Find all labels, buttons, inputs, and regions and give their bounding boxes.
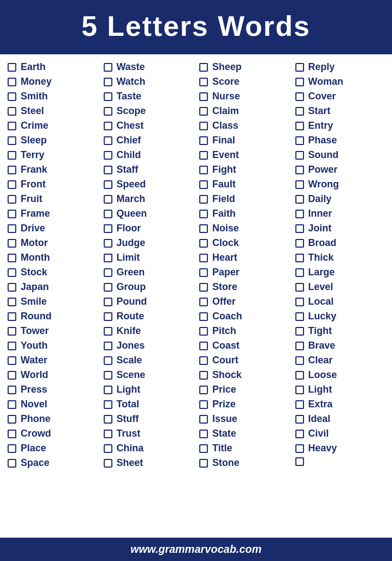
checkbox-icon[interactable] <box>295 224 304 233</box>
word-item[interactable]: Child <box>103 148 194 162</box>
word-item[interactable]: Knife <box>103 324 194 338</box>
word-item[interactable]: Claim <box>198 104 290 118</box>
checkbox-icon[interactable] <box>199 268 208 277</box>
word-item[interactable]: Start <box>294 104 386 118</box>
checkbox-icon[interactable] <box>295 283 304 292</box>
checkbox-icon[interactable] <box>199 386 208 394</box>
checkbox-icon[interactable] <box>104 400 112 409</box>
checkbox-icon[interactable] <box>8 122 16 130</box>
word-item[interactable]: Shock <box>198 368 290 382</box>
checkbox-icon[interactable] <box>8 210 16 218</box>
word-item[interactable]: Title <box>198 441 290 456</box>
word-item[interactable]: Terry <box>7 148 98 162</box>
checkbox-icon[interactable] <box>199 298 208 306</box>
checkbox-icon[interactable] <box>199 122 208 130</box>
word-item[interactable]: Score <box>198 74 290 89</box>
checkbox-icon[interactable] <box>8 166 16 174</box>
word-item[interactable]: Heart <box>198 250 290 265</box>
checkbox-icon[interactable] <box>295 254 304 262</box>
checkbox-icon[interactable] <box>104 327 112 336</box>
checkbox-icon[interactable] <box>295 180 304 189</box>
checkbox-icon[interactable] <box>8 312 16 321</box>
word-item[interactable]: Prize <box>198 397 290 412</box>
checkbox-icon[interactable] <box>295 151 304 160</box>
word-item[interactable]: Offer <box>198 294 290 309</box>
word-item[interactable]: Sound <box>294 148 386 162</box>
word-item[interactable]: Joint <box>294 221 386 236</box>
word-item[interactable]: Smith <box>7 89 98 104</box>
word-item[interactable]: Coach <box>198 309 290 324</box>
checkbox-icon[interactable] <box>104 283 112 292</box>
checkbox-icon[interactable] <box>295 457 304 466</box>
checkbox-icon[interactable] <box>104 151 112 160</box>
word-item[interactable]: Pitch <box>198 324 290 338</box>
word-item[interactable]: Front <box>7 177 98 192</box>
word-item[interactable]: Local <box>294 294 386 309</box>
word-item[interactable]: Store <box>198 280 290 294</box>
word-item[interactable]: Brave <box>294 338 386 353</box>
checkbox-icon[interactable] <box>295 312 304 321</box>
checkbox-icon[interactable] <box>199 327 208 336</box>
word-item[interactable]: Price <box>198 382 290 397</box>
word-item[interactable]: Reply <box>294 60 386 74</box>
word-item[interactable]: Light <box>103 382 194 397</box>
checkbox-icon[interactable] <box>199 283 208 292</box>
checkbox-icon[interactable] <box>199 430 208 438</box>
word-item[interactable]: Round <box>7 309 98 324</box>
word-item[interactable]: Extra <box>294 397 386 412</box>
word-item[interactable]: Clear <box>294 353 386 368</box>
word-item[interactable]: Limit <box>103 250 194 265</box>
checkbox-icon[interactable] <box>295 268 304 277</box>
checkbox-icon[interactable] <box>8 444 16 453</box>
checkbox-icon[interactable] <box>104 459 112 468</box>
checkbox-icon[interactable] <box>199 356 208 365</box>
checkbox-icon[interactable] <box>8 268 16 277</box>
word-item[interactable]: Place <box>7 441 98 456</box>
word-item[interactable]: Lucky <box>294 309 386 324</box>
word-item[interactable]: Motor <box>7 236 98 250</box>
checkbox-icon[interactable] <box>104 254 112 262</box>
checkbox-icon[interactable] <box>199 136 208 145</box>
word-item[interactable]: Issue <box>198 412 290 426</box>
word-item[interactable]: Level <box>294 280 386 294</box>
word-item[interactable]: Waste <box>103 60 194 74</box>
checkbox-icon[interactable] <box>8 430 16 438</box>
checkbox-icon[interactable] <box>199 239 208 248</box>
checkbox-icon[interactable] <box>199 180 208 189</box>
checkbox-icon[interactable] <box>104 268 112 277</box>
checkbox-icon[interactable] <box>104 298 112 306</box>
checkbox-icon[interactable] <box>104 78 112 86</box>
checkbox-icon[interactable] <box>295 298 304 306</box>
checkbox-icon[interactable] <box>8 78 16 86</box>
word-item[interactable]: Wrong <box>294 177 386 192</box>
word-item[interactable]: Steel <box>7 104 98 118</box>
word-item[interactable]: Nurse <box>198 89 290 104</box>
word-item[interactable]: Daily <box>294 192 386 206</box>
checkbox-icon[interactable] <box>199 195 208 204</box>
checkbox-icon[interactable] <box>199 224 208 233</box>
word-item[interactable]: Frank <box>7 162 98 177</box>
word-item[interactable]: Class <box>198 118 290 133</box>
checkbox-icon[interactable] <box>295 107 304 116</box>
word-item[interactable]: Scale <box>103 353 194 368</box>
checkbox-icon[interactable] <box>8 107 16 116</box>
word-item[interactable]: Watch <box>103 74 194 89</box>
checkbox-icon[interactable] <box>295 342 304 350</box>
checkbox-icon[interactable] <box>8 92 16 101</box>
word-item[interactable]: Pound <box>103 294 194 309</box>
checkbox-icon[interactable] <box>8 239 16 248</box>
checkbox-icon[interactable] <box>8 386 16 394</box>
word-item[interactable]: Jones <box>103 338 194 353</box>
word-item[interactable]: Space <box>7 456 98 470</box>
checkbox-icon[interactable] <box>104 224 112 233</box>
word-item[interactable]: Noise <box>198 221 290 236</box>
word-item[interactable]: March <box>103 192 194 206</box>
word-item[interactable]: Press <box>7 382 98 397</box>
word-item[interactable]: Court <box>198 353 290 368</box>
checkbox-icon[interactable] <box>295 195 304 204</box>
checkbox-icon[interactable] <box>8 283 16 292</box>
checkbox-icon[interactable] <box>295 92 304 101</box>
checkbox-icon[interactable] <box>104 312 112 321</box>
checkbox-icon[interactable] <box>8 136 16 145</box>
word-item[interactable]: Judge <box>103 236 194 250</box>
